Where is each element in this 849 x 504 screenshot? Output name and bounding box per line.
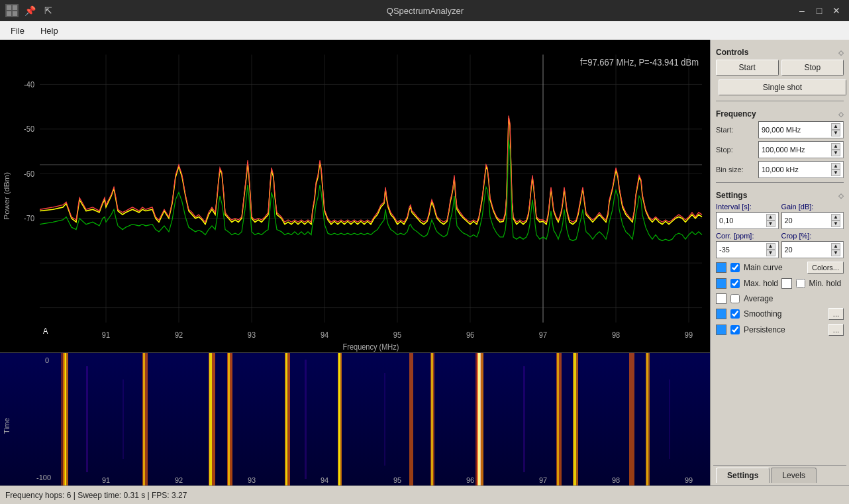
gain-input[interactable]: 20 ▲ ▼: [781, 212, 844, 229]
interval-input[interactable]: 0,10 ▲ ▼: [716, 212, 779, 229]
start-button[interactable]: Start: [716, 60, 779, 76]
persistence-label: Persistence: [744, 325, 824, 334]
svg-text:-100: -100: [36, 474, 51, 481]
main-curve-row: Main curve Colors...: [713, 260, 846, 276]
svg-text:91: 91: [102, 476, 110, 484]
stop-freq-down[interactable]: ▼: [831, 150, 840, 156]
average-swatch: [716, 293, 726, 304]
start-freq-input[interactable]: 90,000 MHz ▲ ▼: [758, 121, 844, 138]
min-hold-checkbox[interactable]: [796, 279, 805, 288]
main-curve-checkbox[interactable]: [730, 263, 740, 272]
start-stop-row: Start Stop: [713, 58, 846, 77]
svg-rect-66: [646, 353, 648, 485]
colors-button[interactable]: Colors...: [807, 262, 844, 274]
max-hold-label: Max. hold: [744, 279, 779, 288]
corr-input[interactable]: -35 ▲ ▼: [716, 241, 779, 258]
crop-arrows: ▲ ▼: [831, 243, 840, 256]
svg-text:0: 0: [45, 356, 49, 364]
svg-rect-42: [61, 353, 65, 485]
svg-text:-50: -50: [24, 125, 34, 134]
smoothing-settings-button[interactable]: ...: [828, 308, 844, 320]
bin-size-input[interactable]: 10,000 kHz ▲ ▼: [758, 161, 844, 178]
corr-down[interactable]: ▼: [766, 250, 775, 256]
restore-button[interactable]: ⇱: [41, 3, 56, 18]
crop-input[interactable]: 20 ▲ ▼: [781, 241, 844, 258]
min-hold-row: Min. hold: [781, 277, 844, 290]
svg-rect-3: [13, 11, 17, 16]
pin-button[interactable]: 📌: [23, 3, 37, 18]
sep1: [716, 101, 844, 101]
svg-text:A: A: [43, 326, 48, 335]
svg-text:Time: Time: [3, 418, 11, 434]
spectrum-svg: -40 -50 -60 -70 Power (dBm) 91 92 93 94 …: [0, 40, 710, 352]
persistence-checkbox[interactable]: [730, 325, 740, 334]
stop-button[interactable]: Stop: [781, 60, 844, 76]
svg-text:97: 97: [539, 476, 547, 484]
stop-freq-up[interactable]: ▲: [831, 143, 840, 150]
smoothing-checkbox[interactable]: [730, 309, 740, 319]
crop-label: Crop [%]:: [781, 232, 844, 240]
start-freq-down[interactable]: ▼: [831, 130, 840, 136]
tab-levels[interactable]: Levels: [771, 468, 817, 483]
stop-freq-input[interactable]: 100,000 MHz ▲ ▼: [758, 141, 844, 158]
gain-up[interactable]: ▲: [831, 214, 840, 221]
svg-text:95: 95: [393, 330, 402, 339]
section-frequency-header: Frequency ◇: [713, 107, 846, 120]
svg-rect-46: [209, 353, 212, 485]
bin-size-up[interactable]: ▲: [831, 163, 840, 170]
svg-rect-61: [557, 353, 559, 485]
average-checkbox[interactable]: [730, 294, 740, 303]
menu-help[interactable]: Help: [35, 24, 64, 38]
crop-down[interactable]: ▼: [831, 250, 840, 256]
min-hold-swatch: [781, 278, 792, 289]
interval-down[interactable]: ▼: [766, 221, 775, 227]
single-shot-button[interactable]: Single shot: [719, 79, 846, 95]
svg-rect-68: [123, 379, 124, 459]
main-curve-label: Main curve: [744, 263, 803, 272]
crop-up[interactable]: ▲: [831, 243, 840, 250]
svg-rect-0: [7, 5, 11, 10]
svg-text:99: 99: [685, 330, 693, 339]
svg-rect-67: [86, 366, 88, 472]
svg-text:91: 91: [102, 330, 110, 339]
corr-label: Corr. [ppm]:: [716, 232, 779, 240]
svg-text:99: 99: [685, 476, 693, 484]
svg-rect-48: [228, 353, 230, 485]
corr-up[interactable]: ▲: [766, 243, 775, 250]
bin-size-down[interactable]: ▼: [831, 170, 840, 176]
minimize-button[interactable]: –: [795, 3, 809, 18]
menu-file[interactable]: File: [5, 24, 30, 38]
close-button[interactable]: ✕: [829, 3, 844, 18]
gain-item: Gain [dB]: 20 ▲ ▼: [781, 203, 844, 229]
gain-down[interactable]: ▼: [831, 221, 840, 227]
interval-arrows: ▲ ▼: [766, 214, 775, 227]
maximize-button[interactable]: □: [812, 3, 826, 18]
svg-rect-52: [338, 353, 340, 485]
tab-settings[interactable]: Settings: [716, 468, 770, 483]
controls-diamond: ◇: [838, 49, 844, 56]
section-controls-header: Controls ◇: [713, 45, 846, 58]
waterfall-plot[interactable]: 0 -100 Time 91 92 93 94 95 96 97 98 99 F…: [0, 353, 710, 485]
sep2: [716, 182, 844, 183]
spectrum-plot[interactable]: -40 -50 -60 -70 Power (dBm) 91 92 93 94 …: [0, 40, 710, 353]
svg-rect-1: [13, 5, 17, 10]
stop-freq-arrows: ▲ ▼: [831, 143, 840, 156]
crop-item: Crop [%]: 20 ▲ ▼: [781, 232, 844, 258]
interval-label: Interval [s]:: [716, 203, 779, 211]
freq-diamond: ◇: [838, 111, 844, 118]
interval-up[interactable]: ▲: [766, 214, 775, 221]
svg-text:94: 94: [321, 476, 328, 484]
svg-text:94: 94: [321, 330, 329, 339]
svg-text:Frequency (MHz): Frequency (MHz): [336, 484, 393, 485]
waterfall-svg: 0 -100 Time 91 92 93 94 95 96 97 98 99 F…: [0, 353, 710, 485]
svg-text:Power (dBm): Power (dBm): [3, 172, 11, 220]
start-freq-up[interactable]: ▲: [831, 123, 840, 130]
titlebar: 📌 ⇱ QSpectrumAnalyzer – □ ✕: [0, 0, 849, 21]
statusbar: Frequency hops: 6 | Sweep time: 0.31 s |…: [0, 485, 849, 504]
persistence-settings-button[interactable]: ...: [828, 324, 844, 336]
svg-rect-69: [305, 360, 307, 479]
svg-rect-58: [478, 353, 480, 485]
app-icon: [5, 4, 19, 17]
max-hold-checkbox[interactable]: [730, 279, 740, 288]
main-curve-swatch: [716, 262, 726, 273]
